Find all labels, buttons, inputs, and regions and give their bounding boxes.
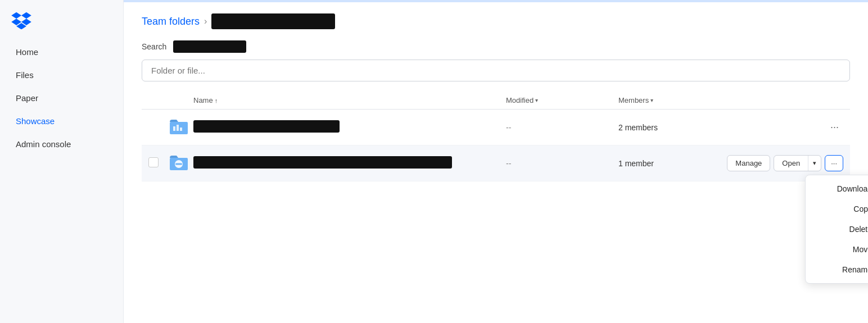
header-modified[interactable]: Modified ▾ <box>506 96 618 104</box>
manage-button[interactable]: Manage <box>727 155 770 171</box>
content-area: Team folders › Search Name ↑ Modified ▾ <box>124 2 868 323</box>
dropdown-item-rename[interactable]: Rename <box>806 260 868 280</box>
dropdown-item-move[interactable]: Move <box>806 239 868 260</box>
search-input-container <box>142 60 850 81</box>
row2-actions: Manage Open ▾ ··· Download Copy Delete M… <box>742 155 843 171</box>
table-row: -- 1 member Manage Open ▾ ··· Download C… <box>142 145 850 181</box>
header-members[interactable]: Members ▾ <box>618 96 742 104</box>
row1-icon-container <box>169 116 193 138</box>
row2-check-container <box>148 157 169 169</box>
breadcrumb: Team folders › <box>142 13 850 29</box>
svg-rect-1 <box>173 126 175 131</box>
search-label: Search <box>142 42 166 51</box>
modified-sort-caret: ▾ <box>535 97 538 103</box>
search-row: Search <box>142 40 850 53</box>
sidebar-item-files[interactable]: Files <box>4 65 119 85</box>
row1-members: 2 members <box>618 123 742 132</box>
row2-name[interactable] <box>193 156 506 170</box>
row2-name-redacted <box>193 156 452 169</box>
row2-members: 1 member <box>618 159 742 168</box>
svg-rect-6 <box>175 163 182 165</box>
sidebar: Home Files Paper Showcase Admin console <box>0 0 124 323</box>
sidebar-item-admin-console[interactable]: Admin console <box>4 134 119 154</box>
row1-members-value: 2 members <box>618 123 658 132</box>
header-name-label: Name <box>193 96 213 104</box>
row1-name-redacted <box>193 120 340 133</box>
folder-restricted-icon <box>169 152 189 172</box>
sidebar-item-paper[interactable]: Paper <box>4 88 119 108</box>
table-row: -- 2 members ··· <box>142 110 850 145</box>
row1-ellipsis-button[interactable]: ··· <box>826 119 843 135</box>
row2-modified-value: -- <box>506 159 511 168</box>
breadcrumb-team-folders-link[interactable]: Team folders <box>142 16 200 28</box>
svg-rect-3 <box>180 128 182 131</box>
name-sort-arrow: ↑ <box>215 97 218 104</box>
sidebar-item-home[interactable]: Home <box>4 42 119 62</box>
breadcrumb-separator: › <box>204 16 207 26</box>
row1-modified-value: -- <box>506 123 511 132</box>
main-content: Team folders › Search Name ↑ Modified ▾ <box>124 0 868 323</box>
open-caret-button[interactable]: ▾ <box>808 156 821 171</box>
open-button-group: Open ▾ <box>774 155 821 171</box>
search-value-redacted <box>173 40 246 53</box>
folder-barchart-icon <box>169 116 189 137</box>
sidebar-item-showcase[interactable]: Showcase <box>4 111 119 131</box>
row2-ellipsis-button[interactable]: ··· <box>825 155 843 171</box>
dropdown-item-download[interactable]: Download <box>806 179 868 199</box>
row1-name[interactable] <box>193 120 506 134</box>
row2-icon-container <box>169 152 193 174</box>
row1-actions: ··· <box>742 119 843 135</box>
context-dropdown-menu: Download Copy Delete Move Rename <box>805 175 868 284</box>
row1-modified: -- <box>506 123 618 132</box>
table-header: Name ↑ Modified ▾ Members ▾ <box>142 92 850 110</box>
dropbox-logo <box>0 7 123 40</box>
open-button[interactable]: Open <box>774 156 808 171</box>
dropdown-item-copy[interactable]: Copy <box>806 199 868 219</box>
dropbox-logo-icon <box>11 11 31 29</box>
breadcrumb-current-folder <box>211 13 335 29</box>
row2-modified: -- <box>506 159 618 168</box>
svg-rect-2 <box>177 125 179 131</box>
search-input[interactable] <box>142 60 850 81</box>
header-members-label: Members <box>618 96 649 104</box>
dropdown-item-delete[interactable]: Delete <box>806 219 868 239</box>
row2-members-value: 1 member <box>618 159 654 168</box>
row2-checkbox[interactable] <box>148 157 159 167</box>
members-sort-caret: ▾ <box>650 97 653 103</box>
header-name[interactable]: Name ↑ <box>193 96 506 104</box>
header-modified-label: Modified <box>506 96 534 104</box>
